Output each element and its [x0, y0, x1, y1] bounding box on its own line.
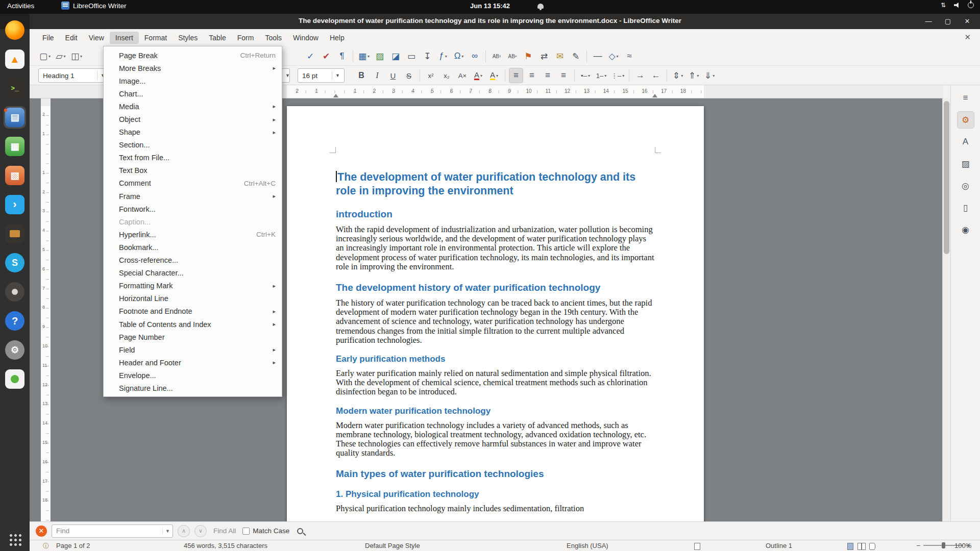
highlight-icon[interactable]: A▾	[487, 68, 501, 83]
insert-menu-item-object[interactable]: Object▸	[104, 113, 282, 126]
doc-heading[interactable]: introduction	[336, 208, 655, 220]
writer-icon[interactable]: ▤	[4, 106, 26, 129]
menu-edit[interactable]: Edit	[60, 32, 83, 44]
notification-bell-icon[interactable]	[537, 4, 544, 9]
paragraph-style-combo[interactable]: Heading 1 ▼	[38, 68, 110, 83]
insert-table-icon[interactable]: ▦▾	[357, 48, 371, 64]
clock[interactable]: Jun 13 15:42	[470, 2, 510, 10]
menu-view[interactable]: View	[83, 32, 110, 44]
vertical-scrollbar[interactable]	[942, 98, 950, 521]
endnote-icon[interactable]: ABⁿ	[505, 48, 520, 64]
doc-heading[interactable]: Early purification methods	[336, 354, 655, 365]
doc-heading[interactable]: The development history of water purific…	[336, 282, 655, 294]
clear-formatting-icon[interactable]: A×	[455, 68, 470, 83]
doc-heading[interactable]: Modern water purification technology	[336, 406, 655, 417]
single-page-view-icon[interactable]	[847, 543, 853, 550]
find-previous-button[interactable]: ∧	[178, 525, 190, 537]
justify-icon[interactable]: ≡	[556, 68, 571, 83]
word-count[interactable]: 456 words, 3,515 characters	[184, 542, 267, 549]
doc-heading[interactable]: 1. Physical purification technology	[336, 489, 655, 500]
para-space-decrease-icon[interactable]: ⇓▾	[702, 68, 717, 83]
align-left-icon[interactable]: ≡	[509, 68, 523, 83]
impress-icon[interactable]: ▧	[4, 164, 26, 187]
settings-icon[interactable]: ⚙	[4, 339, 26, 361]
align-center-icon[interactable]: ≡	[525, 68, 539, 83]
outline-level[interactable]: Outline 1	[766, 542, 792, 549]
track-changes-icon[interactable]: ✎	[569, 48, 583, 64]
strikethrough-icon[interactable]: S	[402, 68, 416, 83]
find-and-replace-icon[interactable]	[297, 528, 303, 534]
close-button[interactable]: ✕	[962, 16, 973, 27]
minimize-button[interactable]: —	[923, 16, 934, 27]
doc-heading[interactable]: Main types of water purification technol…	[336, 468, 655, 480]
insert-menu-item-page-break[interactable]: Page BreakCtrl+Return	[104, 49, 282, 62]
increase-indent-icon[interactable]: →	[633, 68, 647, 83]
spelling-icon[interactable]: ✓	[303, 48, 317, 64]
insert-menu-item-chart[interactable]: Chart...	[104, 87, 282, 100]
doc-title[interactable]: The development of water purification te…	[336, 170, 655, 198]
show-applications-icon[interactable]	[8, 533, 21, 546]
insert-menu-item-page-number[interactable]: Page Number	[104, 331, 282, 343]
bold-icon[interactable]: B	[354, 68, 369, 83]
comment-icon[interactable]: ✉	[553, 48, 567, 64]
activities-button[interactable]: Activities	[7, 2, 34, 10]
sidebar-settings-icon[interactable]: ≡	[957, 89, 974, 107]
menu-tools[interactable]: Tools	[259, 32, 287, 44]
book-view-icon[interactable]	[869, 543, 875, 550]
scrollbar-thumb[interactable]	[944, 101, 949, 254]
insert-textbox-icon[interactable]: ▭	[404, 48, 419, 64]
page-style[interactable]: Default Page Style	[365, 542, 420, 549]
zoom-percent[interactable]: 100%	[954, 542, 971, 549]
insert-menu-item-special-character[interactable]: Special Character...	[104, 267, 282, 280]
insert-menu-item-text-from-file[interactable]: Text from File...	[104, 152, 282, 164]
superscript-icon[interactable]: x²	[424, 68, 438, 83]
insert-menu-item-text-box[interactable]: Text Box	[104, 164, 282, 177]
doc-paragraph[interactable]: The history of water purification techno…	[336, 298, 655, 345]
insert-menu-item-section[interactable]: Section...	[104, 139, 282, 152]
insert-menu-item-signature-line[interactable]: Signature Line...	[104, 382, 282, 394]
insert-chart-icon[interactable]: ◪	[388, 48, 403, 64]
insert-menu-item-footnote-and-endnote[interactable]: Footnote and Endnote▸	[104, 305, 282, 318]
insert-menu-item-image[interactable]: Image...	[104, 74, 282, 87]
insert-menu-item-frame[interactable]: Frame▸	[104, 190, 282, 203]
open-icon[interactable]: ▱▾	[54, 48, 68, 64]
para-space-increase-icon[interactable]: ⇑▾	[687, 68, 701, 83]
system-tray[interactable]: ⇅	[941, 2, 974, 8]
horizontal-line-icon[interactable]: —	[591, 48, 605, 64]
line-spacing-icon[interactable]: ⇕▾	[671, 68, 685, 83]
gimp-icon[interactable]	[4, 281, 26, 303]
view-layout-buttons[interactable]	[847, 542, 877, 550]
chevron-down-icon[interactable]: ▼	[162, 529, 173, 534]
document-close-icon[interactable]: ✕	[964, 33, 971, 42]
insert-menu-item-cross-reference[interactable]: Cross-reference...	[104, 254, 282, 267]
close-find-bar-icon[interactable]: ✕	[36, 525, 47, 537]
insert-menu-item-field[interactable]: Field▸	[104, 343, 282, 356]
gallery-icon[interactable]: ▨	[957, 155, 974, 172]
help-icon[interactable]: ?	[4, 310, 26, 332]
basic-shapes-icon[interactable]: ◇▾	[606, 48, 621, 64]
selection-mode-icon[interactable]	[694, 542, 702, 550]
doc-paragraph[interactable]: Modern water purification technology inc…	[336, 421, 655, 458]
doc-paragraph[interactable]: Physical purification technology mainly …	[336, 504, 655, 513]
vscode-icon[interactable]: ›	[4, 193, 26, 216]
page-break-icon[interactable]: ↧	[420, 48, 434, 64]
styles-icon[interactable]: A	[957, 133, 974, 151]
italic-icon[interactable]: I	[370, 68, 384, 83]
menu-form[interactable]: Form	[232, 32, 260, 44]
special-character-icon[interactable]: Ω▾	[452, 48, 466, 64]
doc-paragraph[interactable]: Early water purification mainly relied o…	[336, 369, 655, 397]
numbering-icon[interactable]: 1–▾	[594, 68, 608, 83]
auto-spellcheck-icon[interactable]: ✔	[319, 48, 333, 64]
skype-icon[interactable]: S	[4, 252, 26, 274]
insert-menu-item-formatting-mark[interactable]: Formatting Mark▸	[104, 280, 282, 292]
style-inspector-icon[interactable]: ◉	[957, 221, 974, 238]
freeform-line-icon[interactable]: ≈	[622, 48, 636, 64]
maximize-button[interactable]: ▢	[942, 16, 953, 27]
insert-menu-item-fontwork[interactable]: Fontwork...	[104, 203, 282, 215]
vertical-ruler[interactable]: 21123456789101112131415161718	[41, 98, 51, 521]
insert-menu-item-comment[interactable]: CommentCtrl+Alt+C	[104, 177, 282, 190]
insert-menu-item-horizontal-line[interactable]: Horizontal Line	[104, 292, 282, 305]
insert-menu-item-table-of-contents-and-index[interactable]: Table of Contents and Index▸	[104, 318, 282, 331]
insert-menu-item-bookmark[interactable]: Bookmark...	[104, 241, 282, 254]
match-case-checkbox[interactable]	[242, 528, 250, 535]
